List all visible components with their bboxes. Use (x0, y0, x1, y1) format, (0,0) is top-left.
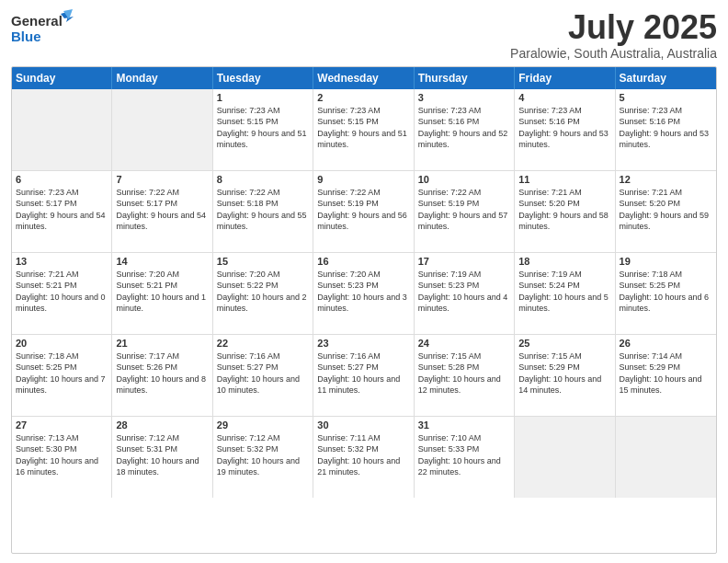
calendar-cell: 25Sunrise: 7:15 AMSunset: 5:29 PMDayligh… (515, 335, 615, 416)
calendar-cell (112, 89, 212, 170)
header-day-thursday: Thursday (415, 67, 515, 89)
day-number: 16 (317, 256, 409, 267)
day-number: 17 (418, 256, 510, 267)
svg-text:General: General (11, 13, 63, 29)
day-number: 18 (518, 256, 610, 267)
calendar-cell: 18Sunrise: 7:19 AMSunset: 5:24 PMDayligh… (515, 253, 615, 334)
calendar-cell: 20Sunrise: 7:18 AMSunset: 5:25 PMDayligh… (12, 335, 112, 416)
cell-info: Sunrise: 7:17 AMSunset: 5:26 PMDaylight:… (116, 350, 208, 396)
cell-info: Sunrise: 7:23 AMSunset: 5:17 PMDaylight:… (16, 187, 108, 233)
calendar-cell: 12Sunrise: 7:21 AMSunset: 5:20 PMDayligh… (616, 171, 716, 252)
calendar-cell: 13Sunrise: 7:21 AMSunset: 5:21 PMDayligh… (12, 253, 112, 334)
month-title: July 2025 (510, 9, 717, 46)
calendar-cell: 9Sunrise: 7:22 AMSunset: 5:19 PMDaylight… (313, 171, 414, 252)
cell-info: Sunrise: 7:19 AMSunset: 5:23 PMDaylight:… (418, 269, 510, 315)
calendar-header: SundayMondayTuesdayWednesdayThursdayFrid… (12, 67, 716, 89)
day-number: 23 (317, 338, 409, 349)
calendar: SundayMondayTuesdayWednesdayThursdayFrid… (11, 66, 717, 554)
day-number: 14 (116, 256, 208, 267)
cell-info: Sunrise: 7:15 AMSunset: 5:29 PMDaylight:… (518, 350, 610, 396)
day-number: 3 (418, 92, 510, 103)
calendar-row-3: 13Sunrise: 7:21 AMSunset: 5:21 PMDayligh… (12, 253, 716, 335)
calendar-cell: 23Sunrise: 7:16 AMSunset: 5:27 PMDayligh… (313, 335, 414, 416)
cell-info: Sunrise: 7:21 AMSunset: 5:21 PMDaylight:… (16, 269, 108, 315)
cell-info: Sunrise: 7:16 AMSunset: 5:27 PMDaylight:… (317, 350, 409, 396)
day-number: 1 (217, 92, 309, 103)
cell-info: Sunrise: 7:20 AMSunset: 5:21 PMDaylight:… (116, 269, 208, 315)
cell-info: Sunrise: 7:20 AMSunset: 5:22 PMDaylight:… (217, 269, 309, 315)
day-number: 29 (217, 419, 309, 431)
day-number: 22 (217, 338, 309, 349)
cell-info: Sunrise: 7:12 AMSunset: 5:31 PMDaylight:… (116, 432, 208, 478)
calendar-cell (515, 417, 615, 498)
calendar-cell: 28Sunrise: 7:12 AMSunset: 5:31 PMDayligh… (112, 417, 212, 498)
calendar-row-2: 6Sunrise: 7:23 AMSunset: 5:17 PMDaylight… (12, 171, 716, 253)
cell-info: Sunrise: 7:22 AMSunset: 5:17 PMDaylight:… (116, 187, 208, 233)
cell-info: Sunrise: 7:14 AMSunset: 5:29 PMDaylight:… (620, 350, 712, 396)
calendar-cell (616, 417, 716, 498)
calendar-cell: 30Sunrise: 7:11 AMSunset: 5:32 PMDayligh… (313, 417, 414, 498)
calendar-cell: 22Sunrise: 7:16 AMSunset: 5:27 PMDayligh… (213, 335, 313, 416)
calendar-cell: 26Sunrise: 7:14 AMSunset: 5:29 PMDayligh… (616, 335, 716, 416)
day-number: 11 (518, 174, 610, 185)
logo: GeneralBlue (11, 9, 75, 50)
calendar-cell: 3Sunrise: 7:23 AMSunset: 5:16 PMDaylight… (415, 89, 515, 170)
cell-info: Sunrise: 7:21 AMSunset: 5:20 PMDaylight:… (518, 187, 610, 233)
cell-info: Sunrise: 7:22 AMSunset: 5:19 PMDaylight:… (317, 187, 409, 233)
day-number: 28 (116, 419, 208, 431)
day-number: 31 (418, 419, 510, 431)
calendar-cell: 21Sunrise: 7:17 AMSunset: 5:26 PMDayligh… (112, 335, 212, 416)
day-number: 5 (620, 92, 712, 103)
calendar-cell: 31Sunrise: 7:10 AMSunset: 5:33 PMDayligh… (415, 417, 515, 498)
calendar-cell: 4Sunrise: 7:23 AMSunset: 5:16 PMDaylight… (515, 89, 615, 170)
header-day-sunday: Sunday (12, 67, 112, 89)
cell-info: Sunrise: 7:23 AMSunset: 5:16 PMDaylight:… (620, 105, 712, 151)
day-number: 7 (116, 174, 208, 185)
header-day-saturday: Saturday (616, 67, 716, 89)
day-number: 20 (16, 338, 108, 349)
calendar-cell: 11Sunrise: 7:21 AMSunset: 5:20 PMDayligh… (515, 171, 615, 252)
calendar-cell: 8Sunrise: 7:22 AMSunset: 5:18 PMDaylight… (213, 171, 313, 252)
day-number: 27 (16, 419, 108, 431)
calendar-row-4: 20Sunrise: 7:18 AMSunset: 5:25 PMDayligh… (12, 335, 716, 417)
calendar-cell: 7Sunrise: 7:22 AMSunset: 5:17 PMDaylight… (112, 171, 212, 252)
cell-info: Sunrise: 7:10 AMSunset: 5:33 PMDaylight:… (418, 432, 510, 478)
header: GeneralBlue July 2025 Paralowie, South A… (11, 9, 717, 61)
calendar-cell: 29Sunrise: 7:12 AMSunset: 5:32 PMDayligh… (213, 417, 313, 498)
cell-info: Sunrise: 7:12 AMSunset: 5:32 PMDaylight:… (217, 432, 309, 478)
calendar-cell: 27Sunrise: 7:13 AMSunset: 5:30 PMDayligh… (12, 417, 112, 498)
cell-info: Sunrise: 7:18 AMSunset: 5:25 PMDaylight:… (16, 350, 108, 396)
cell-info: Sunrise: 7:21 AMSunset: 5:20 PMDaylight:… (620, 187, 712, 233)
cell-info: Sunrise: 7:13 AMSunset: 5:30 PMDaylight:… (16, 432, 108, 478)
cell-info: Sunrise: 7:15 AMSunset: 5:28 PMDaylight:… (418, 350, 510, 396)
calendar-cell: 19Sunrise: 7:18 AMSunset: 5:25 PMDayligh… (616, 253, 716, 334)
calendar-cell: 24Sunrise: 7:15 AMSunset: 5:28 PMDayligh… (415, 335, 515, 416)
cell-info: Sunrise: 7:22 AMSunset: 5:19 PMDaylight:… (418, 187, 510, 233)
svg-text:Blue: Blue (11, 29, 41, 44)
cell-info: Sunrise: 7:23 AMSunset: 5:15 PMDaylight:… (217, 105, 309, 151)
day-number: 13 (16, 256, 108, 267)
header-day-wednesday: Wednesday (313, 67, 414, 89)
cell-info: Sunrise: 7:23 AMSunset: 5:15 PMDaylight:… (317, 105, 409, 151)
cell-info: Sunrise: 7:20 AMSunset: 5:23 PMDaylight:… (317, 269, 409, 315)
day-number: 30 (317, 419, 409, 431)
day-number: 9 (317, 174, 409, 185)
cell-info: Sunrise: 7:19 AMSunset: 5:24 PMDaylight:… (518, 269, 610, 315)
cell-info: Sunrise: 7:22 AMSunset: 5:18 PMDaylight:… (217, 187, 309, 233)
calendar-cell: 16Sunrise: 7:20 AMSunset: 5:23 PMDayligh… (313, 253, 414, 334)
day-number: 2 (317, 92, 409, 103)
day-number: 24 (418, 338, 510, 349)
day-number: 26 (620, 338, 712, 349)
calendar-row-1: 1Sunrise: 7:23 AMSunset: 5:15 PMDaylight… (12, 89, 716, 171)
day-number: 21 (116, 338, 208, 349)
calendar-cell: 10Sunrise: 7:22 AMSunset: 5:19 PMDayligh… (415, 171, 515, 252)
title-block: July 2025 Paralowie, South Australia, Au… (510, 9, 717, 61)
calendar-cell: 14Sunrise: 7:20 AMSunset: 5:21 PMDayligh… (112, 253, 212, 334)
calendar-cell: 1Sunrise: 7:23 AMSunset: 5:15 PMDaylight… (213, 89, 313, 170)
cell-info: Sunrise: 7:23 AMSunset: 5:16 PMDaylight:… (418, 105, 510, 151)
calendar-cell: 2Sunrise: 7:23 AMSunset: 5:15 PMDaylight… (313, 89, 414, 170)
location-subtitle: Paralowie, South Australia, Australia (510, 46, 717, 61)
cell-info: Sunrise: 7:16 AMSunset: 5:27 PMDaylight:… (217, 350, 309, 396)
page: GeneralBlue July 2025 Paralowie, South A… (0, 0, 728, 563)
calendar-cell: 5Sunrise: 7:23 AMSunset: 5:16 PMDaylight… (616, 89, 716, 170)
